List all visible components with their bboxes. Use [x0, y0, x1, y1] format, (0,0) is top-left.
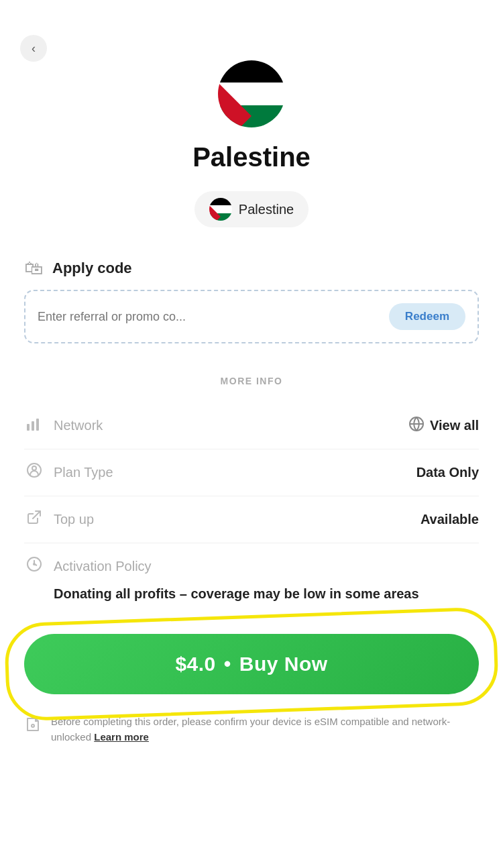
network-value: View all	[408, 416, 479, 435]
apply-code-section: 🛍 Apply code Redeem	[24, 257, 479, 343]
topup-value: Available	[421, 512, 479, 527]
svg-point-7	[32, 466, 36, 470]
page-title: Palestine	[0, 142, 503, 172]
plan-type-icon	[24, 462, 44, 484]
apply-code-label: Apply code	[52, 260, 132, 277]
learn-more-link[interactable]: Learn more	[94, 731, 149, 743]
buy-price: $4.0	[175, 653, 215, 675]
svg-point-9	[33, 563, 36, 565]
plan-type-key: Plan Type	[54, 465, 113, 480]
promo-box: Redeem	[24, 290, 479, 343]
buy-now-button[interactable]: $4.0 • Buy Now	[24, 634, 479, 694]
svg-rect-2	[36, 419, 39, 431]
redeem-button[interactable]: Redeem	[389, 303, 465, 330]
globe-icon	[408, 416, 425, 435]
more-info-section: MORE INFO Network View al	[24, 376, 479, 610]
network-row[interactable]: Network View all	[24, 402, 479, 449]
buy-now-section: $4.0 • Buy Now	[24, 634, 479, 694]
country-pill[interactable]: Palestine	[194, 191, 309, 227]
activation-section: Activation Policy Donating all profits –…	[24, 543, 479, 610]
esim-notice-text: Before completing this order, please con…	[51, 714, 479, 745]
country-pill-label: Palestine	[239, 202, 294, 217]
country-flag-large	[218, 60, 285, 127]
promo-input[interactable]	[38, 310, 389, 324]
plan-type-value: Data Only	[416, 465, 479, 480]
activation-key: Activation Policy	[54, 559, 152, 574]
topup-icon	[24, 508, 44, 531]
back-button[interactable]: ‹	[20, 35, 47, 62]
apply-code-header: 🛍 Apply code	[24, 257, 479, 279]
topup-row: Top up Available	[24, 496, 479, 543]
svg-rect-3	[41, 416, 42, 431]
esim-icon	[24, 716, 42, 738]
activation-description: Donating all profits – coverage may be l…	[54, 584, 479, 603]
pill-flag	[209, 198, 232, 221]
network-icon	[24, 415, 44, 437]
svg-rect-0	[27, 424, 30, 431]
plan-type-row: Plan Type Data Only	[24, 449, 479, 496]
flag-stripe-white	[218, 83, 285, 105]
buy-dot: •	[224, 653, 231, 675]
svg-point-10	[32, 724, 34, 727]
back-chevron-icon: ‹	[32, 42, 36, 54]
esim-notice: Before completing this order, please con…	[24, 714, 479, 745]
buy-label: Buy Now	[239, 653, 328, 675]
coupon-icon: 🛍	[24, 257, 43, 279]
flag-triangle	[218, 83, 252, 127]
topup-key: Top up	[54, 512, 94, 527]
svg-rect-1	[32, 421, 34, 431]
network-key: Network	[54, 418, 103, 433]
flag-stripe-black	[218, 60, 285, 83]
activation-icon	[24, 555, 44, 578]
more-info-label: MORE INFO	[24, 376, 479, 386]
